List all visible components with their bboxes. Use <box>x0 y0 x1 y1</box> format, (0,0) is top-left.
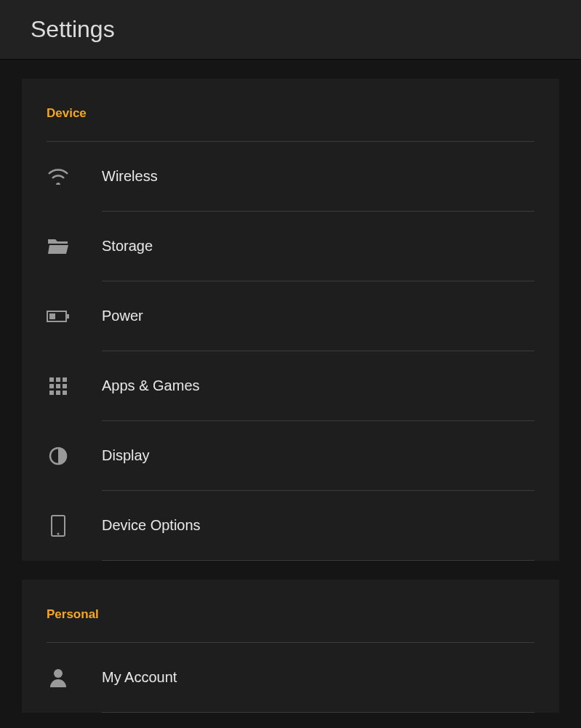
section-device-header: Device <box>47 106 534 142</box>
tablet-icon <box>47 514 70 537</box>
item-wireless[interactable]: Wireless <box>47 142 534 212</box>
item-wireless-label: Wireless <box>102 168 158 185</box>
item-power-label: Power <box>102 308 143 324</box>
battery-icon <box>47 305 70 328</box>
item-display[interactable]: Display <box>47 421 534 491</box>
item-power[interactable]: Power <box>47 281 534 351</box>
grid-icon <box>47 375 70 398</box>
person-icon <box>47 666 70 689</box>
svg-rect-9 <box>49 391 54 395</box>
wifi-icon <box>47 165 70 188</box>
svg-rect-5 <box>63 377 67 382</box>
item-apps-games-label: Apps & Games <box>102 377 200 394</box>
item-storage[interactable]: Storage <box>47 212 534 281</box>
item-my-account-label: My Account <box>102 669 177 686</box>
section-device: Device Wireless Storage <box>22 79 559 561</box>
svg-rect-11 <box>63 391 67 395</box>
item-device-options[interactable]: Device Options <box>47 491 534 561</box>
svg-rect-3 <box>49 377 54 382</box>
item-my-account[interactable]: My Account <box>47 643 534 713</box>
section-personal-header: Personal <box>47 607 534 643</box>
section-personal: Personal My Account <box>22 580 559 713</box>
page-title: Settings <box>31 16 550 43</box>
svg-rect-6 <box>49 384 54 388</box>
svg-rect-10 <box>56 391 60 395</box>
svg-rect-8 <box>63 384 67 388</box>
item-apps-games[interactable]: Apps & Games <box>47 351 534 421</box>
header-bar: Settings <box>0 0 581 60</box>
settings-content: Device Wireless Storage <box>0 60 581 713</box>
svg-point-14 <box>57 533 60 535</box>
svg-rect-2 <box>49 313 55 319</box>
item-storage-label: Storage <box>102 238 153 255</box>
svg-rect-7 <box>56 384 60 388</box>
item-display-label: Display <box>102 447 150 464</box>
svg-rect-1 <box>67 314 69 319</box>
svg-rect-4 <box>56 377 60 382</box>
item-device-options-label: Device Options <box>102 517 201 534</box>
svg-point-15 <box>54 669 63 678</box>
brightness-icon <box>47 444 70 468</box>
folder-icon <box>47 235 70 258</box>
